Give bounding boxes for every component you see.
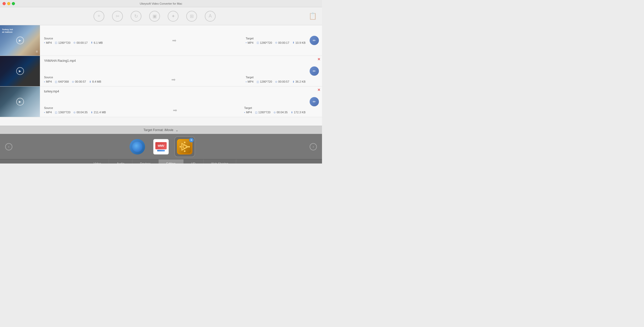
video-info-3: turkey.mp4 Source ▪ MP4 ◫ 1360*720 — [40, 87, 310, 117]
source-resolution-1: ◫ 1280*720 — [55, 41, 70, 44]
target-duration-3: ⊙ 00:04:35 — [274, 111, 288, 114]
arrow-2: ➡ — [104, 76, 243, 83]
video-info-2: YAMAHA Racing1.mp4 Source ▪ MP4 ◫ 640*36… — [40, 56, 310, 86]
clock-icon-1: ⊙ — [73, 41, 75, 44]
tab-bar: Video Audio Devices Editing HD Web Shari… — [0, 159, 322, 163]
crop-button[interactable]: ▣ — [149, 11, 160, 22]
crop-icon: ▣ — [149, 11, 160, 22]
target-resolution-1: ◫ 1280*720 — [257, 41, 272, 44]
target-duration-1: ⊙ 00:00:17 — [275, 41, 289, 44]
effects-button[interactable]: ✦ — [168, 11, 179, 22]
svg-point-9 — [180, 146, 181, 148]
close-button-3[interactable]: ✕ — [317, 88, 320, 92]
minimize-window-button[interactable] — [7, 2, 10, 5]
target-size-1: ⬇ 10.9 KB — [292, 41, 306, 44]
target-label-3: Target — [244, 106, 306, 109]
source-duration-3: ⊙ 00:04:35 — [73, 111, 88, 114]
source-size-2: ⬇ 8.4 MB — [89, 80, 101, 83]
bottom-panel: ‹ — [0, 134, 322, 163]
svg-point-7 — [184, 142, 185, 143]
target-format-1: ▪ MP4 — [246, 41, 253, 44]
video-thumbnail-3[interactable]: ▶ — [0, 87, 40, 117]
source-target-row-3: Source ▪ MP4 ◫ 1360*720 ⊙ 00:04:35 — [44, 106, 306, 114]
format-icon-video-converter[interactable] — [127, 136, 148, 157]
target-size-2: ⬇ 36.2 KB — [292, 80, 306, 83]
settings-badge-icon: ⚙ — [189, 138, 194, 142]
source-duration-1: ⊙ 00:00:17 — [73, 41, 88, 44]
source-resolution-3: ◫ 1360*720 — [55, 111, 70, 114]
nav-next-button[interactable]: › — [310, 143, 317, 150]
rotate-button[interactable]: ↻ — [131, 11, 141, 22]
video-list: Turkey, hotair balloon ▶ ≡ Source ▪ MP4 — [0, 25, 322, 126]
video-info-1: Source ▪ MP4 ◫ 1280*720 ⊙ — [40, 25, 310, 56]
target-size-3: ⬇ 172.3 KB — [291, 111, 306, 114]
target-meta-3: ▪ MP4 ◫ 1280*720 ⊙ 00:04:35 ⬇ — [244, 111, 306, 114]
source-target-container-1: Source ▪ MP4 ◫ 1280*720 ⊙ — [44, 28, 306, 53]
svg-point-0 — [133, 142, 142, 151]
source-duration-2: ⊙ 00:00:57 — [72, 80, 86, 83]
video-thumbnail-1[interactable]: Turkey, hotair balloon ▶ ≡ — [0, 25, 40, 56]
target-format-3: ▪ MP4 — [244, 111, 252, 114]
play-button-2[interactable]: ▶ — [16, 67, 24, 75]
close-window-button[interactable] — [3, 2, 6, 5]
add-icon: + — [94, 11, 104, 22]
tab-video[interactable]: Video — [86, 159, 109, 163]
video-item-3: ▶ turkey.mp4 Source ▪ MP4 ◫ 1360*720 — [0, 87, 322, 117]
rotate-icon: ↻ — [131, 11, 141, 22]
imovie-svg — [178, 140, 191, 153]
menu-icon-1: ≡ — [36, 49, 38, 54]
tab-audio[interactable]: Audio — [109, 159, 132, 163]
source-meta-1: ▪ MP4 ◫ 1280*720 ⊙ 00:00:17 — [44, 41, 103, 44]
close-button-2[interactable]: ✕ — [317, 57, 320, 61]
play-button-3[interactable]: ▶ — [16, 98, 24, 106]
source-format-3: ▪ MP4 — [44, 111, 52, 114]
monitor-icon-1: ◫ — [55, 41, 57, 44]
title-bar: Ukeysoft Video Converter for Mac — [0, 0, 322, 7]
source-meta-3: ▪ MP4 ◫ 1360*720 ⊙ 00:04:35 ⬇ — [44, 111, 106, 114]
tab-hd[interactable]: HD — [183, 159, 204, 163]
target-resolution-3: ◫ 1280*720 — [255, 111, 270, 114]
format-icon-imovie[interactable]: ⚙ — [174, 136, 195, 157]
chevron-down-icon: ⌄ — [175, 128, 179, 132]
target-meta-1: ▪ MP4 ◫ 1280*720 ⊙ 00:00:17 — [246, 41, 306, 44]
source-format-2: ▪ MP4 — [44, 80, 52, 83]
watermark-button[interactable]: A — [205, 11, 216, 22]
target-section-3: Target ▪ MP4 ◫ 1280*720 ⊙ 00:04:35 — [244, 106, 306, 114]
video-filename-2: YAMAHA Racing1.mp4 — [44, 59, 306, 63]
video-converter-svg — [132, 142, 142, 152]
source-section-2: Source ▪ MP4 ◫ 640*368 ⊙ 00:00:57 — [44, 76, 101, 83]
nav-prev-button[interactable]: ‹ — [5, 143, 12, 150]
watermark-icon: A — [205, 11, 216, 22]
cut-button[interactable]: ✂ — [112, 11, 123, 22]
toolbar: + ✂ ↻ ▣ ✦ ⊞ A 📋 — [0, 7, 322, 25]
format-icon-wmv[interactable]: WMV — [151, 136, 171, 157]
edit-button-3[interactable]: ✏ — [310, 97, 319, 106]
subtitle-button[interactable]: ⊞ — [186, 11, 197, 22]
source-section-3: Source ▪ MP4 ◫ 1360*720 ⊙ 00:04:35 — [44, 106, 106, 114]
source-meta-2: ▪ MP4 ◫ 640*368 ⊙ 00:00:57 ⬇ — [44, 80, 101, 83]
target-meta-2: ▪ MP4 ◫ 1280*720 ⊙ 00:00:57 ⬇ — [246, 80, 306, 83]
svg-point-10 — [188, 146, 190, 148]
traffic-lights — [3, 2, 15, 5]
edit-button-1[interactable]: ✏ — [310, 36, 319, 45]
settings-icon[interactable]: 📋 — [309, 12, 317, 20]
svg-point-1 — [134, 143, 141, 150]
play-button-1[interactable]: ▶ — [16, 37, 24, 44]
target-label-2: Target — [246, 76, 306, 79]
tab-web-sharing[interactable]: Web Sharing — [204, 159, 236, 163]
tab-devices[interactable]: Devices — [132, 159, 159, 163]
video-thumbnail-2[interactable]: ▶ — [0, 56, 40, 86]
target-format-text: Target Format: iMovie — [143, 128, 173, 132]
tab-editing[interactable]: Editing — [159, 159, 183, 163]
source-label-3: Source — [44, 106, 106, 109]
svg-point-2 — [137, 143, 138, 144]
arrow-1: ➡ — [105, 37, 243, 44]
target-format-bar[interactable]: Target Format: iMovie ⌄ — [0, 126, 322, 134]
edit-button-2[interactable]: ✏ — [310, 66, 319, 76]
maximize-window-button[interactable] — [12, 2, 15, 5]
add-video-button[interactable]: + — [94, 11, 104, 22]
source-size-3: ⬇ 211.4 MB — [91, 111, 106, 114]
cut-icon: ✂ — [112, 11, 123, 22]
source-resolution-2: ◫ 640*368 — [55, 80, 69, 83]
target-resolution-2: ◫ 1280*720 — [257, 80, 272, 83]
